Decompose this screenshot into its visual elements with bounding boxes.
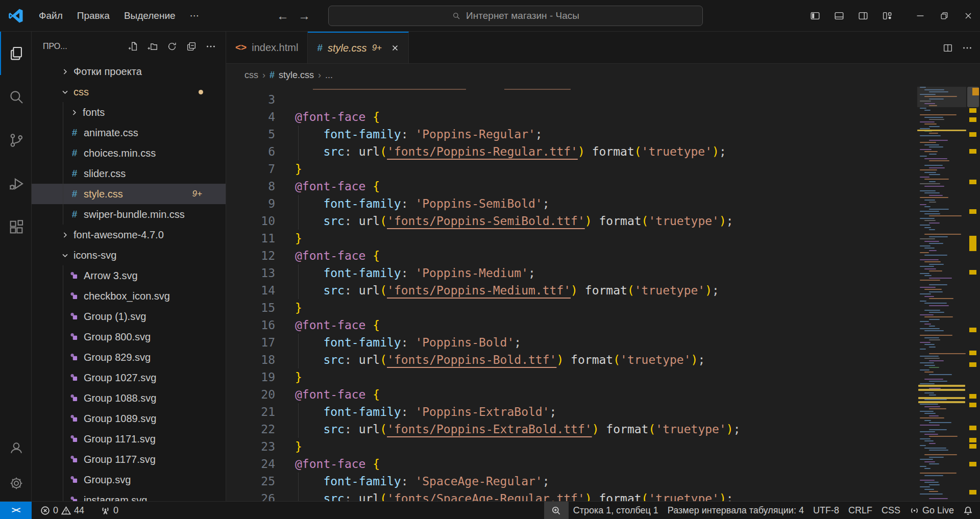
split-editor-button[interactable] — [942, 42, 953, 54]
tree-item-animate.css[interactable]: #animate.css — [32, 122, 226, 143]
svg-file-icon — [69, 332, 80, 341]
code-line[interactable]: 23} — [226, 438, 917, 455]
code-line[interactable]: 8@font-face { — [226, 178, 917, 195]
breadcrumb-tail[interactable]: ... — [325, 70, 333, 81]
activity-extensions-button[interactable] — [0, 205, 31, 249]
code-line[interactable]: 20@font-face { — [226, 386, 917, 403]
code-line[interactable]: 25 font-family: 'SpaceAge-Regular'; — [226, 473, 917, 490]
tree-item--[interactable]: Фотки проекта — [32, 61, 226, 82]
menu-file[interactable]: Файл — [32, 7, 70, 24]
tab-size-indicator[interactable]: Размер интервала табуляции: 4 — [663, 502, 808, 519]
language-indicator[interactable]: CSS — [877, 502, 905, 519]
breadcrumb[interactable]: css › # style.css › ... — [226, 64, 980, 87]
ports-count: 0 — [113, 505, 118, 516]
eol-indicator[interactable]: CRLF — [844, 502, 877, 519]
minimap[interactable] — [917, 87, 966, 501]
tree-item-instagram.svg[interactable]: instagram.svg — [32, 490, 226, 501]
minimap-slider[interactable] — [917, 87, 966, 107]
tree-item-choices.min.css[interactable]: #choices.min.css — [32, 143, 226, 163]
go-live-button[interactable]: Go Live — [905, 502, 959, 519]
code-line[interactable]: 14 src: url('fonts/Poppins-Medium.ttf') … — [226, 282, 917, 299]
code-line[interactable]: 19} — [226, 368, 917, 386]
tab-style-css[interactable]: # style.css 9+ — [308, 32, 409, 63]
code-line[interactable]: 22 src: url('fonts/Poppins-ExtraBold.ttf… — [226, 421, 917, 438]
close-tab-icon[interactable] — [391, 44, 399, 52]
new-file-button[interactable] — [124, 38, 143, 55]
menu-selection[interactable]: Выделение — [117, 7, 183, 24]
activity-search-button[interactable] — [0, 75, 31, 118]
zoom-status-button[interactable] — [544, 502, 569, 519]
activity-explorer-button[interactable] — [0, 32, 31, 75]
code-line[interactable]: 12@font-face { — [226, 247, 917, 264]
tree-item-group-1088.svg[interactable]: Group 1088.svg — [32, 388, 226, 408]
account-icon[interactable] — [0, 430, 31, 465]
code-line[interactable]: 26 src: url('fonts/SpaceAge-Regular.ttf'… — [226, 490, 917, 501]
vscode-logo — [0, 8, 32, 23]
editor-more-actions-button[interactable] — [962, 42, 973, 54]
refresh-button[interactable] — [162, 38, 182, 55]
problems-indicator[interactable]: 0 44 — [36, 502, 89, 519]
tree-item-group-829.svg[interactable]: Group 829.svg — [32, 347, 226, 367]
toggle-panel-button[interactable] — [827, 0, 851, 32]
activity-run-debug-button[interactable] — [0, 162, 31, 205]
code-editor[interactable]: 34@font-face {5 font-family: 'Poppins-Re… — [226, 87, 980, 501]
tree-item-icons-svg[interactable]: icons-svg — [32, 245, 226, 265]
tree-item-group-1027.svg[interactable]: Group 1027.svg — [32, 367, 226, 388]
new-folder-button[interactable] — [143, 38, 162, 55]
toggle-secondary-sidebar-button[interactable] — [851, 0, 875, 32]
restore-button[interactable] — [932, 0, 956, 32]
tree-item-style.css[interactable]: #style.css9+ — [32, 184, 226, 204]
tree-item-group-1171.svg[interactable]: Group 1171.svg — [32, 429, 226, 449]
tab-problems-badge: 9+ — [372, 43, 382, 53]
tree-item-checkbox_icon.svg[interactable]: checkbox_icon.svg — [32, 286, 226, 306]
breadcrumb-folder[interactable]: css — [244, 70, 258, 81]
activity-source-control-button[interactable] — [0, 118, 31, 162]
tree-item-group.svg[interactable]: Group.svg — [32, 469, 226, 490]
code-line[interactable]: 7} — [226, 160, 917, 178]
scrollbar[interactable] — [966, 87, 980, 501]
notifications-bell-button[interactable] — [959, 502, 980, 519]
more-actions-button[interactable] — [201, 38, 220, 55]
remote-indicator[interactable]: >< — [0, 502, 32, 519]
settings-gear-icon[interactable] — [0, 465, 31, 501]
code-line[interactable]: 9 font-family: 'Poppins-SemiBold'; — [226, 195, 917, 212]
close-button[interactable] — [956, 0, 980, 32]
code-line[interactable]: 18 src: url('fonts/Poppins-Bold.ttf') fo… — [226, 351, 917, 368]
code-line[interactable]: 11} — [226, 230, 917, 247]
back-arrow-icon[interactable]: ← — [277, 9, 289, 23]
encoding-indicator[interactable]: UTF-8 — [808, 502, 844, 519]
code-line[interactable]: 3 — [226, 91, 917, 108]
tree-item-fonts[interactable]: fonts — [32, 102, 226, 122]
breadcrumb-file[interactable]: style.css — [279, 70, 314, 81]
customize-layout-button[interactable] — [875, 0, 899, 32]
tree-item-group-1-.svg[interactable]: Group (1).svg — [32, 306, 226, 327]
forward-arrow-icon[interactable]: → — [298, 9, 310, 23]
minimize-button[interactable] — [908, 0, 932, 32]
code-line[interactable]: 24@font-face { — [226, 455, 917, 473]
tree-item-group-1089.svg[interactable]: Group 1089.svg — [32, 408, 226, 429]
code-line[interactable]: 4@font-face { — [226, 108, 917, 126]
tree-item-arrow-3.svg[interactable]: Arrow 3.svg — [32, 265, 226, 286]
code-line[interactable]: 13 font-family: 'Poppins-Medium'; — [226, 264, 917, 282]
code-line[interactable]: 10 src: url('fonts/Poppins-SemiBold.ttf'… — [226, 212, 917, 230]
code-line[interactable]: 5 font-family: 'Poppins-Regular'; — [226, 126, 917, 143]
tree-item-swiper-bundle.min.css[interactable]: #swiper-bundle.min.css — [32, 204, 226, 225]
menu-more[interactable]: ⋯ — [183, 7, 208, 24]
code-line[interactable]: 6 src: url('fonts/Poppins-Regular.ttf') … — [226, 143, 917, 160]
menu-edit[interactable]: Правка — [70, 7, 117, 24]
code-line[interactable]: 16@font-face { — [226, 316, 917, 334]
tree-item-css[interactable]: css — [32, 82, 226, 102]
command-center[interactable]: Интернет магазин - Часы — [328, 6, 703, 26]
code-line[interactable]: 17 font-family: 'Poppins-Bold'; — [226, 334, 917, 351]
tree-item-slider.css[interactable]: #slider.css — [32, 163, 226, 184]
code-line[interactable]: 15} — [226, 299, 917, 316]
tab-index-html[interactable]: <> index.html — [226, 32, 308, 63]
cursor-position[interactable]: Строка 1, столбец 1 — [569, 502, 663, 519]
tree-item-font-awesome-4.7.0[interactable]: font-awesome-4.7.0 — [32, 225, 226, 245]
tree-item-group-800.svg[interactable]: Group 800.svg — [32, 327, 226, 347]
ports-indicator[interactable]: 0 — [96, 502, 123, 519]
code-line[interactable]: 21 font-family: 'Poppins-ExtraBold'; — [226, 403, 917, 421]
tree-item-group-1177.svg[interactable]: Group 1177.svg — [32, 449, 226, 469]
collapse-folders-button[interactable] — [182, 38, 201, 55]
toggle-primary-sidebar-button[interactable] — [803, 0, 827, 32]
